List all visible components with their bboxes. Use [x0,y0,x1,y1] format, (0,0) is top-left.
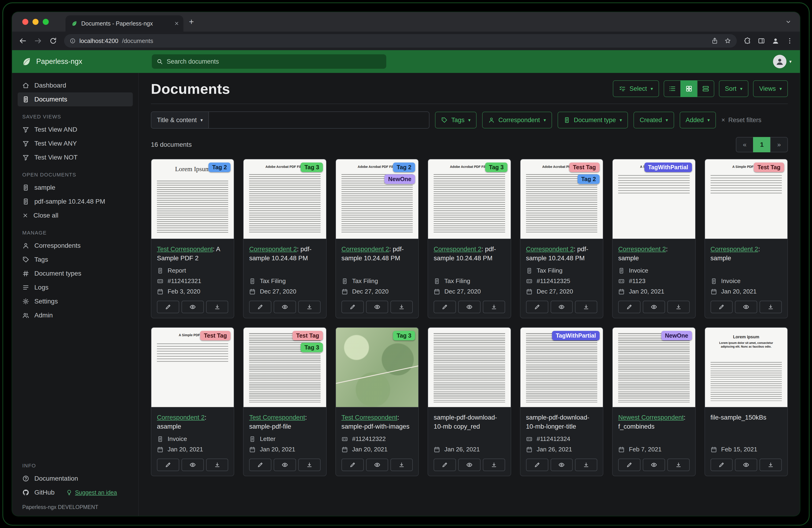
sidebar-item-documents[interactable]: Documents [18,92,133,106]
download-button[interactable] [206,459,229,471]
edit-button[interactable] [342,459,364,471]
filter-text-input[interactable] [209,112,430,129]
select-button[interactable]: Select ▾ [613,80,659,97]
sidebar-item-open-doc-pdf-sample[interactable]: pdf-sample 10.24.48 PM [18,195,133,209]
download-button[interactable] [667,459,690,471]
document-title[interactable]: Newest Correspondent: f_combineds [618,413,690,432]
tag-badge[interactable]: TagWithPartial [552,331,599,340]
edit-button[interactable] [342,301,364,313]
tab-search-chevron-icon[interactable] [785,18,792,25]
document-thumbnail[interactable]: A Simple PDF File Test Tag [705,159,787,239]
document-title[interactable]: Correspondent 2: pdf-sample 10.24.48 PM [249,245,320,263]
download-button[interactable] [759,301,782,313]
edit-button[interactable] [249,459,271,471]
sidebar-item-admin[interactable]: Admin [18,308,133,322]
share-icon[interactable] [711,38,718,44]
site-info-icon[interactable] [70,38,76,44]
added-filter-button[interactable]: Added ▾ [680,112,716,128]
document-thumbnail[interactable]: Lorem ipsumLorem ipsum dolor sit amet, c… [705,328,787,408]
view-button[interactable] [735,301,757,313]
side-panel-icon[interactable] [758,37,765,45]
edit-button[interactable] [618,301,640,313]
sort-button[interactable]: Sort ▾ [719,80,749,97]
edit-button[interactable] [618,459,640,471]
zoom-window-button[interactable] [43,19,49,25]
edit-button[interactable] [711,301,733,313]
download-button[interactable] [483,459,505,471]
document-title[interactable]: Correspondent 2: sample [618,245,690,263]
tag-badge[interactable]: TagWithPartial [644,162,692,172]
close-window-button[interactable] [22,19,28,25]
document-title[interactable]: Test Correspondent: sample-pdf-with-imag… [342,413,413,432]
edit-button[interactable] [434,459,456,471]
tag-badge[interactable]: Tag 2 [393,162,415,172]
edit-button[interactable] [711,459,733,471]
document-title[interactable]: Correspondent 2: pdf-sample 10.24.48 PM [342,245,413,263]
reset-filters-button[interactable]: × Reset filters [722,117,762,124]
edit-button[interactable] [526,301,548,313]
correspondent-link[interactable]: Test Correspondent [157,245,213,253]
view-button[interactable] [182,459,204,471]
minimize-window-button[interactable] [32,19,39,25]
tag-badge[interactable]: Tag 2 [208,162,231,172]
created-filter-button[interactable]: Created ▾ [634,112,674,128]
document-title[interactable]: Test Correspondent: A Sample PDF 2 [157,245,228,263]
correspondent-link[interactable]: Correspondent 2 [434,245,481,253]
sidebar-item-github[interactable]: GitHub Suggest an idea [18,486,133,499]
document-title[interactable]: Correspondent 2: pdf-sample 10.24.48 PM [434,245,505,263]
tag-badge[interactable]: Test Tag [754,162,784,172]
document-title[interactable]: Test Correspondent: sample-pdf-file [249,413,320,432]
tag-badge[interactable]: Tag 3 [393,331,415,340]
document-thumbnail[interactable]: A Simple PDF File Test Tag [151,328,234,408]
document-type-filter-button[interactable]: Document type ▾ [557,112,628,128]
views-button[interactable]: Views ▾ [753,80,788,97]
tag-badge[interactable]: Tag 3 [301,343,323,352]
document-thumbnail[interactable]: TagWithPartial [520,328,603,408]
document-thumbnail[interactable]: Tag 3 [336,328,418,408]
view-button[interactable] [366,459,388,471]
view-button[interactable] [274,301,296,313]
document-title[interactable]: Correspondent 2: pdf-sample 10.24.48 PM [526,245,597,263]
detail-view-button[interactable] [697,80,714,97]
sidebar-item-saved-view-not[interactable]: Test View NOT [18,151,133,165]
bookmark-star-icon[interactable] [724,38,731,44]
document-title[interactable]: sample-pdf-download-10-mb copy_red [434,413,505,432]
edit-button[interactable] [526,459,548,471]
sidebar-item-tags[interactable]: Tags [18,253,133,267]
correspondent-link[interactable]: Correspondent 2 [157,414,205,421]
tag-badge[interactable]: Test Tag [200,331,231,340]
correspondent-link[interactable]: Correspondent 2 [342,245,389,253]
correspondent-link[interactable]: Newest Correspondent [618,414,684,421]
correspondent-link[interactable]: Test Correspondent [249,414,305,421]
sidebar-item-dashboard[interactable]: Dashboard [18,79,133,92]
sidebar-item-saved-view-and[interactable]: Test View AND [18,123,133,137]
document-title[interactable]: file-sample_150kBs [711,413,782,432]
page-1-button[interactable]: 1 [753,137,771,152]
document-thumbnail[interactable]: Lorem Ipsum Tag 2 [151,159,234,239]
tag-badge[interactable]: Tag 2 [578,174,599,184]
sidebar-item-correspondents[interactable]: Correspondents [18,239,133,253]
view-button[interactable] [551,459,573,471]
view-button[interactable] [643,301,665,313]
view-button[interactable] [551,301,573,313]
sidebar-item-settings[interactable]: Settings [18,295,133,308]
document-thumbnail[interactable]: A Simple PDF File TagWithPartial [613,159,695,239]
download-button[interactable] [206,301,229,313]
sidebar-item-saved-view-any[interactable]: Test View ANY [18,137,133,151]
download-button[interactable] [390,301,413,313]
document-thumbnail[interactable]: Adobe Acrobat PDF Files Tag 3 [244,159,326,239]
edit-button[interactable] [157,459,179,471]
tag-badge[interactable]: Test Tag [292,331,323,340]
download-button[interactable] [298,459,321,471]
correspondent-link[interactable]: Correspondent 2 [618,245,666,253]
correspondent-link[interactable]: Test Correspondent [342,414,397,421]
edit-button[interactable] [157,301,179,313]
forward-button[interactable] [34,37,42,45]
prev-page-button[interactable]: « [736,137,754,152]
view-button[interactable] [458,459,480,471]
download-button[interactable] [759,459,782,471]
tag-badge[interactable]: NewOne [385,174,415,184]
reload-button[interactable] [49,37,57,45]
browser-tab[interactable]: Documents - Paperless-ngx [66,15,184,32]
document-thumbnail[interactable] [428,328,510,408]
